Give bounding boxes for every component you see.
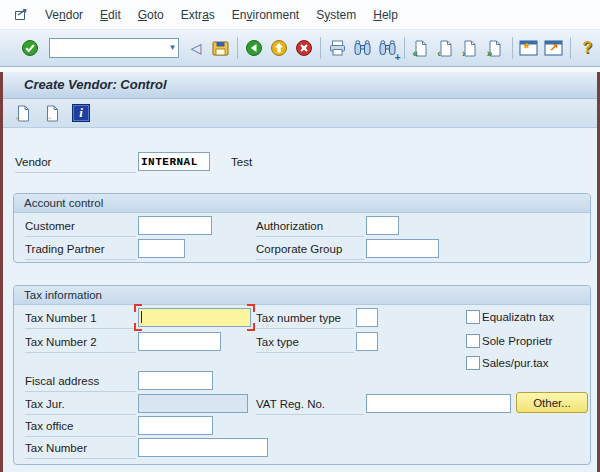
vendor-label: Vendor [15,155,136,173]
tax-number-field[interactable] [138,438,268,457]
sole-proprietr-checkbox[interactable]: Sole Proprietr [466,334,552,348]
menu-bar: Vendor Edit Goto Extras Environment Syst… [0,0,600,30]
tax-jur-label: Tax Jur. [25,397,136,415]
tax-type-label: Tax type [256,335,354,353]
checkbox-box [466,310,480,324]
corporate-group-field[interactable] [366,239,439,258]
customer-label: Customer [25,219,136,237]
back-icon[interactable] [243,36,266,60]
tax-jur-field [138,394,248,413]
menu-item-vendor[interactable]: Vendor [45,8,83,22]
create-shortcut-icon[interactable]: ↗ [542,36,565,60]
sales-pur-tax-checkbox[interactable]: Sales/pur.tax [466,356,548,370]
equalizatn-tax-checkbox[interactable]: Equalizatn tax [466,310,554,324]
tax-number-2-label: Tax Number 2 [25,335,136,353]
vat-reg-no-field[interactable] [366,394,511,413]
account-control-title: Account control [14,194,590,213]
window-body: Create Vendor: Control ← → i Vendor Test… [0,72,600,472]
tax-office-label: Tax office [25,419,136,437]
toolbar-separator [512,37,513,59]
next-page-icon[interactable]: › [459,36,482,60]
tax-number-2-field[interactable] [138,332,221,351]
corporate-group-label: Corporate Group [256,242,364,260]
save-icon[interactable] [209,36,232,60]
trading-partner-field[interactable] [138,239,185,258]
other-button[interactable]: Other... [516,392,588,413]
page-title: Create Vendor: Control [24,77,167,92]
tax-information-group: Tax information Tax Number 1 Tax number … [13,285,591,465]
tax-number-type-field[interactable] [356,308,378,327]
next-screen-icon[interactable]: → [42,103,62,123]
menu-item-extras[interactable]: Extras [181,8,215,22]
previous-page-icon[interactable]: ‹ [434,36,457,60]
tax-number-1-focus-frame [138,308,251,327]
customer-field[interactable] [138,216,212,235]
toolbar-separator [404,37,405,59]
authorization-field[interactable] [366,216,399,235]
toolbar-separator [570,37,571,59]
menu-item-help[interactable]: Help [373,8,398,22]
previous-screen-icon[interactable]: ← [13,103,33,123]
print-icon[interactable] [326,36,349,60]
vendor-field[interactable] [138,152,210,171]
text-cursor [141,311,142,323]
enter-icon[interactable] [19,36,42,60]
account-control-group: Account control Customer Authorization T… [13,193,591,263]
command-field[interactable] [49,38,180,58]
checkbox-box [466,334,480,348]
fiscal-address-label: Fiscal address [25,374,136,392]
menu-item-edit[interactable]: Edit [100,8,121,22]
help-icon[interactable]: ? [576,36,599,60]
first-page-icon[interactable]: « [410,36,433,60]
toolbar-separator [237,37,238,59]
tax-number-1-label: Tax Number 1 [25,311,136,329]
system-menu-icon[interactable] [14,8,29,21]
exit-icon[interactable] [268,36,291,60]
cancel-icon[interactable] [293,36,316,60]
menu-item-environment[interactable]: Environment [232,8,299,22]
fiscal-address-field[interactable] [138,371,213,390]
information-icon[interactable]: i [71,103,91,123]
tax-information-title: Tax information [14,286,590,305]
application-toolbar: ← → i [3,99,597,128]
command-field-wrap: ▼ [49,38,180,58]
chevron-down-icon[interactable]: ▼ [169,43,177,53]
tax-number-1-field[interactable] [138,308,251,327]
find-next-icon[interactable]: + [376,36,399,60]
vendor-description: Test [231,155,252,172]
screen-content: Vendor Test Account control Customer Aut… [3,128,597,472]
menu-item-system[interactable]: System [316,8,356,22]
vat-reg-no-label: VAT Reg. No. [256,397,364,415]
tax-number-type-label: Tax number type [256,311,354,329]
sap-window: Vendor Edit Goto Extras Environment Syst… [0,0,600,472]
tax-number-label: Tax Number [25,441,136,459]
new-session-icon[interactable]: * [518,36,541,60]
toolbar-separator [320,37,321,59]
standard-toolbar: ▼ ◁ + « ‹ [0,30,600,67]
authorization-label: Authorization [256,219,364,237]
trading-partner-label: Trading Partner [25,242,136,260]
screen-title-bar: Create Vendor: Control [3,72,597,99]
tax-type-field[interactable] [356,332,378,351]
checkbox-box [466,356,480,370]
menu-item-goto[interactable]: Goto [138,8,164,22]
find-icon[interactable] [351,36,374,60]
last-page-icon[interactable]: » [484,36,507,60]
hide-command-field-icon[interactable]: ◁ [184,36,207,60]
tax-office-field[interactable] [138,416,213,435]
